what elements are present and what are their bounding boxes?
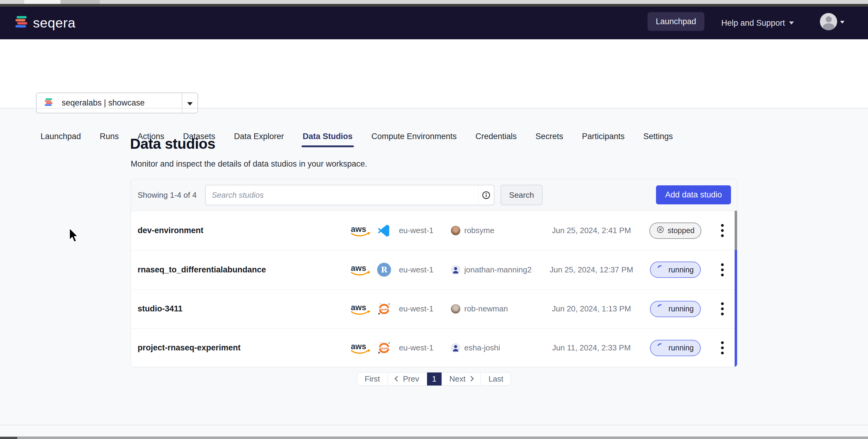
- pagination-next[interactable]: Next: [441, 373, 480, 385]
- pagination-page-1[interactable]: 1: [427, 373, 441, 385]
- search-field: [205, 185, 495, 205]
- user-cell: jonathan-manning2: [451, 250, 532, 289]
- status-badge: running: [650, 261, 701, 278]
- showing-count-text: Showing 1-4 of 4: [137, 179, 196, 211]
- page-title: Data studios: [130, 135, 215, 152]
- search-button[interactable]: Search: [500, 185, 542, 205]
- chevron-left-icon: [395, 376, 400, 381]
- user-avatar: [451, 226, 460, 235]
- created-date-text: Jun 25, 2024, 2:41 PM: [541, 211, 642, 250]
- top-navigation-bar: seqera Launchpad Help and Support: [0, 7, 868, 39]
- studio-name-link[interactable]: rnaseq_to_differentialabundance: [137, 250, 266, 289]
- pagination-prev[interactable]: Prev: [388, 373, 427, 385]
- aws-icon: aws: [349, 341, 372, 355]
- svg-text:aws: aws: [351, 303, 366, 312]
- aws-icon: aws: [349, 302, 372, 316]
- workspace-chevron-down-icon: [187, 102, 193, 105]
- status-label: stopped: [668, 226, 695, 235]
- table-row[interactable]: dev-environment aws R jupyter eu-west-1 …: [131, 211, 737, 250]
- created-date-text: Jun 11, 2024, 2:33 PM: [541, 328, 642, 367]
- row-menu-kebab-icon[interactable]: [716, 211, 728, 250]
- avatar-chevron-down-icon: [840, 21, 844, 24]
- seqera-logo-icon: [14, 15, 28, 31]
- table-row[interactable]: project-rnaseq-experiment aws R jupyter …: [131, 328, 737, 367]
- created-date-text: Jun 25, 2024, 12:37 PM: [541, 250, 642, 289]
- status-badge: stopped: [649, 222, 702, 239]
- row-menu-kebab-icon[interactable]: [716, 250, 728, 289]
- table-row[interactable]: rnaseq_to_differentialabundance aws R ju…: [131, 250, 737, 289]
- table-row[interactable]: studio-3411 aws R jupyter eu-west-1 rob-…: [131, 289, 737, 328]
- brand-wordmark: seqera: [33, 15, 75, 31]
- status-label: running: [669, 305, 693, 313]
- divider: [182, 93, 182, 113]
- tab-launchpad[interactable]: Launchpad: [40, 125, 81, 147]
- pagination: First Prev 1 Next Last: [357, 372, 512, 386]
- svg-text:aws: aws: [351, 264, 366, 273]
- workspace-selector[interactable]: seqeralabs | showcase: [36, 93, 198, 114]
- tab-data-studios[interactable]: Data Studios: [303, 125, 353, 147]
- provider-icons: aws R jupyter: [349, 290, 391, 328]
- spinner-icon: [657, 343, 665, 353]
- window-bottom-edge: [0, 437, 868, 439]
- chevron-down-icon: [789, 22, 794, 25]
- svg-text:aws: aws: [351, 342, 366, 351]
- user-name-text: esha-joshi: [464, 343, 500, 352]
- row-accent-strip: [735, 328, 737, 367]
- aws-icon: aws: [349, 224, 372, 238]
- tab-secrets[interactable]: Secrets: [536, 125, 563, 147]
- region-text: eu-west-1: [399, 290, 433, 328]
- browser-chrome-strip: [0, 0, 868, 4]
- subheader-band: seqeralabs | showcase Launchpad Runs Act…: [0, 39, 868, 108]
- region-text: eu-west-1: [399, 211, 433, 250]
- status-label: running: [669, 265, 693, 274]
- launchpad-nav-button[interactable]: Launchpad: [648, 12, 704, 31]
- jupyter-icon: jupyter: [377, 341, 391, 355]
- region-text: eu-west-1: [399, 250, 433, 289]
- row-menu-kebab-icon[interactable]: [716, 328, 728, 367]
- search-info-icon[interactable]: [478, 185, 494, 205]
- studio-name-link[interactable]: project-rnaseq-experiment: [137, 328, 241, 367]
- user-cell: robsyme: [451, 211, 495, 250]
- user-avatar-menu[interactable]: [820, 13, 837, 30]
- tab-settings[interactable]: Settings: [643, 125, 673, 147]
- workspace-selector-label: seqeralabs | showcase: [62, 98, 145, 107]
- page-subtitle: Monitor and inspect the details of data …: [131, 159, 367, 169]
- tab-data-explorer[interactable]: Data Explorer: [234, 125, 284, 147]
- data-studios-card: Showing 1-4 of 4 Search Add data studio …: [131, 179, 737, 367]
- studio-name-link[interactable]: studio-3411: [137, 290, 183, 328]
- region-text: eu-west-1: [399, 328, 433, 367]
- status-label: running: [669, 343, 693, 352]
- tab-participants[interactable]: Participants: [582, 125, 624, 147]
- rstudio-icon: R: [377, 263, 391, 277]
- seqera-brand[interactable]: seqera: [14, 7, 75, 39]
- provider-icons: aws R jupyter: [349, 211, 391, 250]
- row-menu-kebab-icon[interactable]: [716, 290, 728, 328]
- studios-toolbar: Showing 1-4 of 4 Search Add data studio: [131, 179, 737, 211]
- pagination-first[interactable]: First: [357, 373, 388, 385]
- help-and-support-label: Help and Support: [721, 19, 785, 28]
- mouse-cursor: [69, 228, 80, 245]
- tabs-bottom-border: [0, 108, 868, 108]
- add-data-studio-button[interactable]: Add data studio: [656, 185, 731, 205]
- help-and-support-menu[interactable]: Help and Support: [721, 7, 794, 39]
- search-input[interactable]: [206, 185, 478, 205]
- tab-compute-environments[interactable]: Compute Environments: [371, 125, 457, 147]
- provider-icons: aws R jupyter: [349, 250, 391, 289]
- pagination-last[interactable]: Last: [480, 373, 511, 385]
- spinner-icon: [657, 265, 665, 275]
- tab-runs[interactable]: Runs: [100, 125, 119, 147]
- created-date-text: Jun 20, 2024, 1:13 PM: [541, 290, 642, 328]
- tab-credentials[interactable]: Credentials: [475, 125, 517, 147]
- avatar-person-icon: [826, 16, 832, 22]
- status-badge: running: [650, 301, 701, 317]
- row-accent-strip: [735, 289, 737, 328]
- application-window: seqera Launchpad Help and Support seqera…: [0, 0, 868, 439]
- studio-name-link[interactable]: dev-environment: [137, 211, 204, 250]
- row-accent-strip: [735, 250, 737, 289]
- svg-text:aws: aws: [351, 225, 366, 234]
- jupyter-icon: jupyter: [377, 302, 391, 316]
- provider-icons: aws R jupyter: [349, 328, 391, 367]
- user-name-text: robsyme: [464, 226, 495, 235]
- chevron-right-icon: [468, 376, 474, 381]
- user-avatar: [451, 265, 460, 275]
